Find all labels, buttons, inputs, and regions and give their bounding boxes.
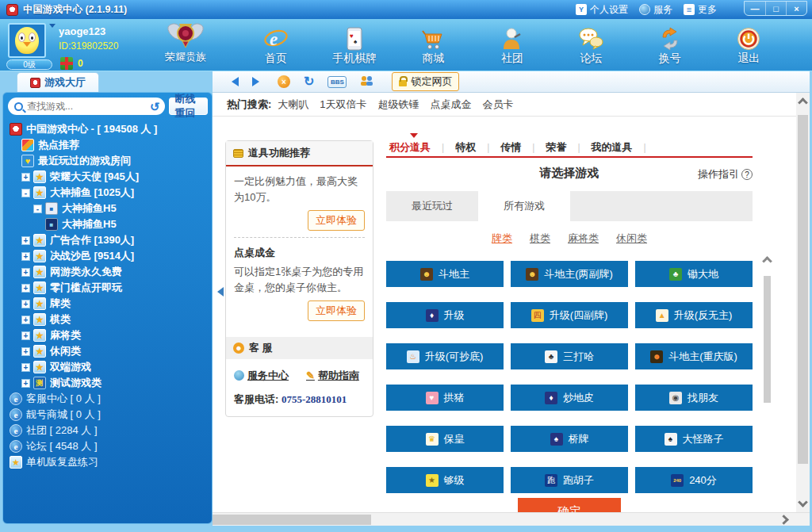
service-center-link[interactable]: 服务中心 — [234, 369, 289, 383]
expand-plus-icon[interactable]: + — [21, 347, 30, 356]
tab-积分道具[interactable]: 积分道具 — [386, 140, 442, 155]
expand-plus-icon[interactable]: + — [21, 173, 30, 182]
help-guide-link[interactable]: ✎ 帮助指南 — [306, 369, 359, 383]
avatar[interactable] — [8, 23, 46, 58]
toolbar-item-商城[interactable]: 商城 — [397, 24, 470, 66]
sidebar-collapse-icon[interactable] — [213, 287, 224, 297]
tree-item-网游类永久免费[interactable]: +★网游类永久免费 — [5, 264, 210, 280]
honor-badge[interactable]: 荣耀贵族 — [155, 19, 216, 71]
titlebar-menu-item[interactable]: ≡更多 — [684, 3, 717, 17]
back-icon[interactable] — [227, 77, 239, 86]
tree-item-荣耀大天使 [945人][interactable]: +★荣耀大天使 [945人] — [5, 169, 210, 185]
game-button-够级[interactable]: ★够级 — [386, 467, 504, 493]
collapse-minus-icon[interactable]: - — [21, 189, 30, 197]
toolbar-item-论坛[interactable]: 论坛 — [554, 24, 627, 66]
game-button-240分[interactable]: 240240分 — [635, 467, 753, 493]
tree-item-客服中心 [ 0 人 ][interactable]: e客服中心 [ 0 人 ] — [5, 391, 210, 407]
subtab-最近玩过[interactable]: 最近玩过 — [386, 191, 478, 221]
tree-item-论坛 [ 4548 人 ][interactable]: e论坛 [ 4548 人 ] — [5, 438, 210, 454]
expand-plus-icon[interactable]: + — [21, 331, 30, 340]
tab-特权[interactable]: 特权 — [444, 140, 487, 155]
hot-search-item[interactable]: 超级铁锤 — [378, 98, 419, 110]
try-now-button-1[interactable]: 立即体验 — [308, 210, 365, 231]
tree-item-单机版复盘练习[interactable]: ★单机版复盘练习 — [5, 454, 210, 470]
collapse-minus-icon[interactable]: - — [33, 205, 42, 213]
tree-item-休闲类[interactable]: +★休闲类 — [5, 343, 210, 359]
expand-plus-icon[interactable]: + — [21, 379, 30, 388]
tree-item-靓号商城 [ 0 人 ][interactable]: e靓号商城 [ 0 人 ] — [5, 407, 210, 423]
page-horizontal-scrollbar[interactable] — [213, 512, 810, 526]
tree-item-测试游戏类[interactable]: +测测试游戏类 — [5, 375, 210, 391]
tab-我的道具[interactable]: 我的道具 — [580, 140, 644, 155]
tree-item-棋类[interactable]: +★棋类 — [5, 312, 210, 327]
game-button-斗地主[interactable]: ☻斗地主 — [386, 261, 504, 287]
reconnect-button[interactable]: 断线重回 — [169, 98, 208, 115]
category-麻将类[interactable]: 麻将类 — [568, 232, 599, 247]
subtab-所有游戏[interactable]: 所有游戏 — [478, 191, 570, 221]
category-休闲类[interactable]: 休闲类 — [616, 232, 647, 247]
bbs-icon[interactable]: BBS — [327, 76, 347, 88]
titlebar-menu-item[interactable]: 服务 — [639, 3, 672, 17]
avatar-dropdown-icon[interactable] — [49, 24, 56, 31]
tree-item-最近玩过的游戏房间[interactable]: ♥最近玩过的游戏房间 — [5, 153, 210, 169]
tab-传情[interactable]: 传情 — [489, 140, 532, 155]
tree-item-决战沙邑 [9514人][interactable]: +★决战沙邑 [9514人] — [5, 248, 210, 264]
tree-item-零门槛点开即玩[interactable]: +★零门槛点开即玩 — [5, 280, 210, 296]
page-scroll-down-icon[interactable] — [798, 497, 808, 507]
minimize-icon[interactable]: — — [745, 2, 765, 15]
game-button-找朋友[interactable]: ◉找朋友 — [635, 385, 753, 411]
grid-scrollbar-thumb[interactable] — [764, 276, 771, 403]
expand-plus-icon[interactable]: + — [21, 300, 30, 308]
game-button-炒地皮[interactable]: ♦炒地皮 — [511, 385, 628, 411]
expand-plus-icon[interactable]: + — [21, 284, 30, 293]
game-button-大怪路子[interactable]: ♠大怪路子 — [635, 426, 753, 452]
search-input[interactable] — [27, 101, 150, 112]
expand-plus-icon[interactable]: + — [21, 236, 30, 245]
tab-荣誉[interactable]: 荣誉 — [534, 140, 577, 155]
tree-item-麻将类[interactable]: +★麻将类 — [5, 327, 210, 343]
page-scroll-right-icon[interactable] — [779, 515, 789, 525]
expand-plus-icon[interactable]: + — [21, 363, 30, 372]
toolbar-item-手机棋牌[interactable]: ♥♠手机棋牌 — [318, 24, 391, 66]
try-now-button-2[interactable]: 立即体验 — [308, 300, 365, 321]
game-button-升级(可抄底)[interactable]: ♨升级(可抄底) — [386, 343, 504, 369]
page-vertical-scrollbar[interactable] — [796, 93, 810, 512]
titlebar-menu-item[interactable]: Y个人设置 — [576, 3, 628, 17]
grid-scrollbar[interactable] — [761, 258, 773, 496]
game-button-升级[interactable]: ♦升级 — [386, 302, 504, 328]
toolbar-item-退出[interactable]: 退出 — [712, 24, 785, 66]
game-button-拱猪[interactable]: ♥拱猪 — [386, 385, 504, 411]
page-scroll-up-icon[interactable] — [798, 98, 808, 108]
expand-plus-icon[interactable]: + — [21, 316, 30, 324]
hot-search-item[interactable]: 点桌成金 — [431, 98, 472, 110]
gift-icon[interactable] — [60, 57, 73, 70]
game-button-跑胡子[interactable]: 跑跑胡子 — [511, 467, 628, 493]
hot-search-item[interactable]: 1天双倍卡 — [320, 98, 366, 110]
confirm-button[interactable]: 确定 — [518, 498, 621, 512]
horizontal-scrollbar-thumb[interactable] — [213, 515, 371, 525]
toolbar-item-社团[interactable]: 社团 — [476, 24, 549, 66]
hot-search-item[interactable]: 会员卡 — [483, 98, 514, 110]
refresh-icon[interactable]: ↻ — [304, 75, 314, 88]
game-button-斗地主(重庆版)[interactable]: ☻斗地主(重庆版) — [635, 343, 753, 369]
tree-item-大神捕鱼H5[interactable]: ■大神捕鱼H5 — [5, 216, 210, 232]
hot-search-item[interactable]: 大喇叭 — [278, 98, 308, 110]
expand-plus-icon[interactable]: + — [21, 252, 30, 261]
tree-item-中国游戏中心 - [ 194508 人 ][interactable]: 中国游戏中心 - [ 194508 人 ] — [5, 121, 210, 137]
tree-item-热点推荐[interactable]: 热点推荐 — [5, 137, 210, 153]
game-button-三打哈[interactable]: ♣三打哈 — [511, 343, 628, 369]
tab-game-hall[interactable]: 游戏大厅 — [17, 72, 99, 92]
game-button-保皇[interactable]: ♛保皇 — [386, 426, 504, 452]
page-scrollbar-thumb[interactable] — [798, 115, 808, 464]
game-button-升级(四副牌)[interactable]: 四升级(四副牌) — [511, 302, 628, 328]
close-icon[interactable]: × — [786, 2, 806, 15]
game-button-锄大地[interactable]: ♣锄大地 — [635, 261, 753, 287]
users-icon[interactable] — [360, 75, 373, 89]
game-button-斗地主(两副牌)[interactable]: ☻斗地主(两副牌) — [511, 261, 628, 287]
tree-item-牌类[interactable]: +★牌类 — [5, 296, 210, 312]
toolbar-item-换号[interactable]: 换号 — [634, 24, 707, 66]
game-button-桥牌[interactable]: ♠桥牌 — [511, 426, 628, 452]
forward-icon[interactable] — [252, 77, 264, 86]
stop-icon[interactable]: × — [278, 75, 290, 88]
search-refresh-icon[interactable]: ↺ — [150, 101, 160, 113]
